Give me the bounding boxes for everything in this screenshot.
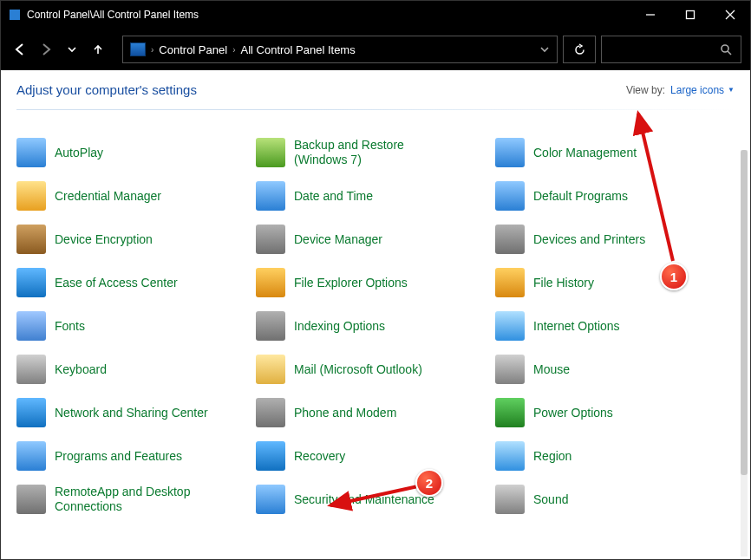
- forward-button[interactable]: [36, 39, 56, 60]
- control-panel-item[interactable]: Date and Time: [256, 174, 495, 218]
- autoplay-icon: [16, 138, 46, 167]
- control-panel-item[interactable]: Fonts: [16, 304, 256, 348]
- divider: [16, 109, 735, 110]
- control-panel-item[interactable]: Power Options: [495, 391, 735, 434]
- control-panel-item[interactable]: RemoteApp and Desktop Connections: [16, 478, 256, 521]
- mail-icon: [256, 355, 285, 384]
- item-label: Sound: [533, 492, 568, 507]
- item-label: Date and Time: [294, 189, 373, 204]
- arrow-up-icon: [91, 42, 105, 56]
- default-programs-icon: [495, 181, 525, 211]
- chevron-down-icon: ▼: [728, 86, 735, 94]
- item-label: Network and Sharing Center: [55, 406, 208, 420]
- control-panel-item[interactable]: Recovery: [256, 434, 495, 478]
- item-label: File History: [533, 276, 594, 290]
- address-bar[interactable]: › Control Panel › All Control Panel Item…: [122, 36, 558, 63]
- view-by-value: Large icons: [670, 84, 724, 96]
- titlebar: Control Panel\All Control Panel Items: [1, 1, 750, 29]
- items-grid: AutoPlayBackup and Restore (Windows 7)Co…: [16, 131, 735, 521]
- breadcrumb-child[interactable]: All Control Panel Items: [240, 43, 355, 56]
- control-panel-item[interactable]: Mouse: [495, 348, 735, 391]
- close-button[interactable]: [710, 1, 750, 29]
- control-panel-item[interactable]: Credential Manager: [16, 174, 256, 218]
- item-label: Mail (Microsoft Outlook): [294, 362, 422, 377]
- control-panel-item[interactable]: Device Encryption: [16, 218, 256, 261]
- control-panel-item[interactable]: Default Programs: [495, 174, 735, 218]
- maximize-button[interactable]: [670, 1, 710, 29]
- scrollbar-thumb[interactable]: [741, 150, 748, 475]
- control-panel-item[interactable]: Security and Maintenance: [256, 478, 495, 521]
- refresh-button[interactable]: [563, 36, 596, 63]
- svg-line-5: [728, 51, 731, 55]
- item-label: Power Options: [533, 406, 613, 420]
- arrow-right-icon: [39, 42, 53, 56]
- breadcrumb-root[interactable]: Control Panel: [159, 43, 227, 56]
- control-panel-item[interactable]: File Explorer Options: [256, 261, 495, 304]
- back-button[interactable]: [10, 39, 30, 60]
- remoteapp-icon: [16, 485, 46, 514]
- control-panel-item[interactable]: Devices and Printers: [495, 218, 735, 261]
- history-dropdown-button[interactable]: [62, 39, 82, 60]
- item-label: Devices and Printers: [533, 232, 645, 247]
- control-panel-item[interactable]: Color Management: [495, 131, 735, 174]
- chevron-down-icon: [67, 44, 77, 55]
- breadcrumb-separator-icon: ›: [232, 45, 235, 55]
- control-panel-item[interactable]: Device Manager: [256, 218, 495, 261]
- control-panel-icon: [130, 42, 146, 56]
- color-mgmt-icon: [495, 138, 525, 167]
- page-heading: Adjust your computer's settings: [16, 82, 626, 97]
- item-label: Security and Maintenance: [294, 492, 434, 507]
- item-label: Credential Manager: [55, 189, 161, 204]
- item-label: Internet Options: [533, 319, 620, 334]
- control-panel-item[interactable]: Sound: [495, 478, 735, 521]
- search-box[interactable]: [601, 36, 741, 63]
- item-label: Default Programs: [533, 189, 628, 204]
- control-panel-item[interactable]: File History: [495, 261, 735, 304]
- indexing-icon: [256, 311, 285, 341]
- ease-access-icon: [16, 268, 46, 297]
- view-by-selector[interactable]: Large icons ▼: [670, 84, 735, 96]
- item-label: RemoteApp and Desktop Connections: [55, 485, 211, 514]
- control-panel-item[interactable]: AutoPlay: [16, 131, 256, 174]
- svg-point-4: [722, 45, 728, 52]
- item-label: Region: [533, 449, 571, 464]
- scrollbar[interactable]: [741, 150, 748, 557]
- control-panel-item[interactable]: Internet Options: [495, 304, 735, 348]
- item-label: Device Manager: [294, 232, 382, 247]
- sound-icon: [495, 485, 525, 514]
- recovery-icon: [256, 441, 285, 471]
- programs-features-icon: [16, 441, 46, 471]
- item-label: Indexing Options: [294, 319, 385, 334]
- network-icon: [16, 398, 46, 427]
- item-label: Recovery: [294, 449, 345, 464]
- file-explorer-icon: [256, 268, 285, 297]
- item-label: Ease of Access Center: [55, 276, 178, 290]
- devices-printers-icon: [495, 225, 525, 254]
- control-panel-item[interactable]: Backup and Restore (Windows 7): [256, 131, 495, 174]
- minimize-button[interactable]: [630, 1, 670, 29]
- svg-rect-1: [687, 11, 695, 19]
- control-panel-item[interactable]: Ease of Access Center: [16, 261, 256, 304]
- content-area: Adjust your computer's settings View by:…: [1, 70, 750, 559]
- control-panel-item[interactable]: Region: [495, 434, 735, 478]
- control-panel-item[interactable]: Keyboard: [16, 348, 256, 391]
- control-panel-item[interactable]: Phone and Modem: [256, 391, 495, 434]
- search-icon: [720, 43, 732, 55]
- item-label: File Explorer Options: [294, 276, 408, 290]
- item-label: Device Encryption: [55, 232, 153, 247]
- arrow-left-icon: [13, 42, 27, 56]
- control-panel-item[interactable]: Indexing Options: [256, 304, 495, 348]
- phone-modem-icon: [256, 398, 285, 427]
- up-button[interactable]: [88, 39, 108, 60]
- control-panel-item[interactable]: Programs and Features: [16, 434, 256, 478]
- control-panel-item[interactable]: Network and Sharing Center: [16, 391, 256, 434]
- region-icon: [495, 441, 525, 471]
- control-panel-item[interactable]: Mail (Microsoft Outlook): [256, 348, 495, 391]
- device-encryption-icon: [16, 225, 46, 254]
- item-label: AutoPlay: [55, 146, 103, 160]
- control-panel-title-icon: [10, 10, 20, 20]
- item-label: Phone and Modem: [294, 406, 396, 420]
- item-label: Fonts: [55, 319, 85, 334]
- chevron-down-icon[interactable]: [539, 44, 550, 55]
- backup-icon: [256, 138, 285, 167]
